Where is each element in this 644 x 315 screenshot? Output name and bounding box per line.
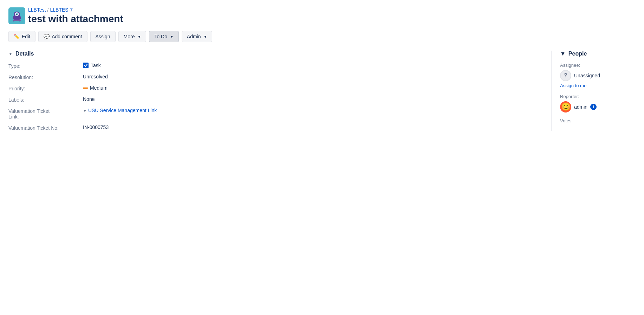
assignee-row: ? Unassigned — [560, 70, 636, 81]
page-container: LLBTest / LLBTES-7 test with attachment … — [0, 0, 644, 138]
reporter-avatar-emoji: 😊 — [561, 103, 571, 111]
valuemation-link-label: Valuemation TicketLink: — [8, 108, 79, 120]
resolution-label: Resolution: — [8, 74, 79, 80]
assign-to-me-link[interactable]: Assign to me — [560, 83, 586, 88]
valuemation-link-value: ▼ USU Service Management Link — [83, 108, 543, 113]
svg-rect-7 — [19, 21, 20, 22]
details-chevron-icon: ▼ — [8, 51, 13, 56]
votes-label: Votes: — [560, 118, 636, 123]
details-title: Details — [15, 51, 34, 57]
add-comment-button[interactable]: 💬 Add comment — [38, 31, 87, 42]
main-layout: ▼ Details Type: Task Resolution: — [8, 51, 636, 131]
reporter-avatar: 😊 — [560, 101, 571, 112]
labels-label: Labels: — [8, 96, 79, 103]
type-value: Task — [83, 63, 543, 68]
valuemation-no-value: IN-0000753 — [83, 124, 543, 130]
breadcrumb-text: LLBTest / LLBTES-7 test with attachment — [28, 7, 123, 25]
chevron-down-icon: ▼ — [137, 35, 141, 39]
people-column: ▼ People Assignee: ? Unassigned Assign t… — [551, 51, 636, 131]
edit-icon: ✏️ — [14, 34, 20, 39]
people-section-header[interactable]: ▼ People — [560, 51, 636, 57]
valuemation-link[interactable]: USU Service Management Link — [88, 108, 157, 113]
svg-point-4 — [16, 14, 18, 15]
task-checkbox-icon — [83, 63, 89, 68]
people-chevron-icon: ▼ — [560, 51, 566, 57]
issue-title: test with attachment — [28, 13, 123, 25]
resolution-value: Unresolved — [83, 74, 543, 79]
resolution-text: Unresolved — [83, 74, 108, 79]
reporter-block: Reporter: 😊 admin i — [560, 94, 636, 112]
reporter-name: admin — [574, 104, 587, 110]
issue-id-link[interactable]: LLBTES-7 — [50, 7, 73, 13]
toolbar: ✏️ Edit 💬 Add comment Assign More ▼ To D… — [8, 31, 636, 42]
status-chevron-icon: ▼ — [170, 35, 174, 39]
labels-value: None — [83, 96, 543, 102]
priority-text: Medium — [90, 85, 108, 91]
status-button[interactable]: To Do ▼ — [149, 31, 178, 42]
details-section-header[interactable]: ▼ Details — [8, 51, 543, 57]
question-mark-icon: ? — [564, 72, 567, 79]
project-link[interactable]: LLBTest — [28, 7, 46, 13]
priority-icon — [83, 87, 88, 89]
details-table: Type: Task Resolution: Unresolved Priori… — [8, 63, 543, 131]
reporter-row: 😊 admin i — [560, 101, 636, 112]
assign-button[interactable]: Assign — [90, 31, 116, 42]
assignee-label: Assignee: — [560, 63, 636, 68]
issue-header: LLBTest / LLBTES-7 test with attachment — [8, 7, 636, 25]
type-text: Task — [91, 63, 101, 68]
type-label: Type: — [8, 63, 79, 69]
unassigned-avatar: ? — [560, 70, 571, 81]
people-title: People — [568, 51, 587, 57]
comment-icon: 💬 — [44, 34, 50, 39]
valuemation-no-text: IN-0000753 — [83, 124, 109, 130]
breadcrumb-separator: / — [47, 7, 49, 13]
admin-button[interactable]: Admin ▼ — [182, 31, 213, 42]
info-icon[interactable]: i — [590, 104, 597, 110]
assignee-name: Unassigned — [574, 73, 600, 78]
valuemation-no-label: Valuemation Ticket No: — [8, 124, 79, 131]
votes-block: Votes: — [560, 118, 636, 123]
priority-value: Medium — [83, 85, 543, 91]
svg-rect-6 — [13, 21, 14, 22]
more-button[interactable]: More ▼ — [118, 31, 147, 42]
priority-label: Priority: — [8, 85, 79, 91]
project-logo — [8, 7, 25, 24]
valuemation-chevron-icon: ▼ — [83, 109, 87, 113]
labels-text: None — [83, 96, 95, 102]
details-column: ▼ Details Type: Task Resolution: — [8, 51, 543, 131]
breadcrumb: LLBTest / LLBTES-7 — [28, 7, 123, 13]
assignee-block: Assignee: ? Unassigned Assign to me — [560, 63, 636, 88]
reporter-label: Reporter: — [560, 94, 636, 99]
admin-chevron-icon: ▼ — [204, 35, 207, 39]
edit-button[interactable]: ✏️ Edit — [8, 31, 35, 42]
